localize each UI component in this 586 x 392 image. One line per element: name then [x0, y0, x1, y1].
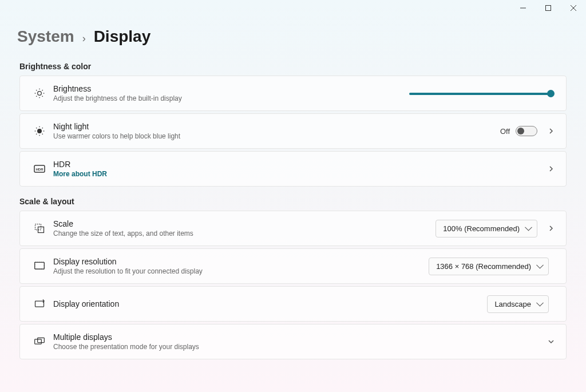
brightness-desc: Adjust the brightness of the built-in di…: [53, 94, 409, 102]
brightness-slider[interactable]: [409, 88, 552, 98]
scale-desc: Change the size of text, apps, and other…: [53, 229, 435, 237]
hdr-row[interactable]: HDR HDR More about HDR: [19, 151, 567, 187]
multiple-displays-desc: Choose the presentation mode for your di…: [53, 343, 545, 351]
orientation-title: Display orientation: [53, 299, 487, 308]
section-scale-layout-label: Scale & layout: [19, 197, 567, 206]
multiple-displays-title: Multiple displays: [53, 332, 545, 342]
svg-line-11: [36, 96, 37, 97]
resolution-select[interactable]: 1366 × 768 (Recommended): [429, 258, 549, 275]
orientation-icon: [29, 298, 50, 310]
brightness-title: Brightness: [53, 84, 409, 93]
monitor-icon: [29, 260, 50, 272]
night-light-desc: Use warmer colors to help block blue lig…: [53, 132, 500, 140]
hdr-title: HDR: [53, 160, 545, 169]
night-light-icon: [29, 125, 50, 137]
svg-line-19: [42, 134, 43, 134]
page-title: Display: [94, 27, 151, 46]
scale-title: Scale: [53, 219, 435, 228]
night-light-state-label: Off: [500, 127, 510, 136]
svg-line-10: [42, 96, 43, 97]
brightness-row: Brightness Adjust the brightness of the …: [19, 76, 567, 111]
svg-text:HDR: HDR: [36, 168, 44, 171]
night-light-title: Night light: [53, 122, 500, 131]
orientation-row: Display orientation Landscape: [19, 286, 567, 322]
svg-rect-1: [546, 6, 551, 11]
chevron-right-icon: ›: [82, 33, 86, 45]
hdr-more-link[interactable]: More about HDR: [53, 170, 545, 178]
svg-point-4: [38, 92, 42, 96]
svg-rect-30: [38, 338, 45, 342]
scale-icon: [29, 223, 50, 234]
close-button[interactable]: [561, 0, 586, 16]
svg-line-18: [36, 128, 37, 128]
svg-line-21: [42, 128, 43, 128]
maximize-button[interactable]: [536, 0, 561, 16]
multiple-displays-icon: [29, 336, 50, 347]
scale-row[interactable]: Scale Change the size of text, apps, and…: [19, 211, 567, 246]
resolution-desc: Adjust the resolution to fit your connec…: [53, 267, 429, 275]
breadcrumb: System › Display: [0, 0, 586, 52]
chevron-right-icon: [545, 128, 557, 134]
minimize-button[interactable]: [510, 0, 536, 16]
chevron-down-icon: [545, 338, 557, 345]
sun-icon: [29, 88, 50, 99]
scale-select[interactable]: 100% (Recommended): [435, 220, 537, 237]
chevron-right-icon: [545, 225, 557, 232]
night-light-row[interactable]: Night light Use warmer colors to help bl…: [19, 113, 567, 149]
svg-line-20: [36, 134, 37, 134]
hdr-icon: HDR: [29, 165, 50, 173]
section-brightness-color-label: Brightness & color: [19, 62, 567, 71]
svg-line-9: [36, 90, 37, 90]
svg-line-12: [42, 90, 43, 90]
svg-rect-29: [35, 339, 42, 344]
chevron-right-icon: [545, 165, 557, 172]
multiple-displays-row[interactable]: Multiple displays Choose the presentatio…: [19, 324, 567, 359]
breadcrumb-parent[interactable]: System: [17, 27, 74, 46]
svg-rect-26: [35, 262, 45, 269]
svg-rect-27: [35, 262, 45, 269]
window-controls: [510, 0, 586, 16]
svg-rect-28: [35, 301, 44, 307]
orientation-select[interactable]: Landscape: [487, 295, 549, 313]
resolution-row: Display resolution Adjust the resolution…: [19, 248, 567, 284]
resolution-title: Display resolution: [53, 257, 429, 266]
svg-point-13: [38, 129, 42, 133]
night-light-toggle[interactable]: [516, 126, 537, 136]
